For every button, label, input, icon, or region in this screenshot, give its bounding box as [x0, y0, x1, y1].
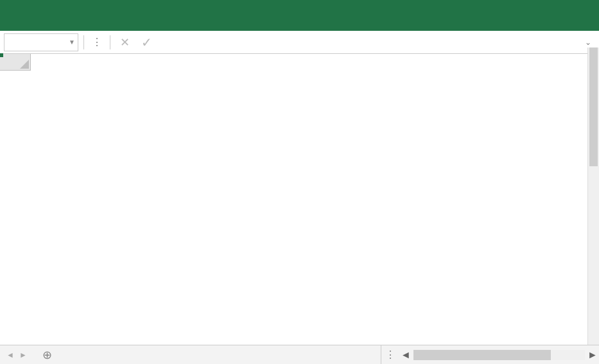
- scrollbar-thumb[interactable]: [589, 48, 598, 166]
- formula-input[interactable]: [168, 34, 577, 51]
- scroll-left-icon[interactable]: ◄: [399, 349, 412, 361]
- scrollbar-track[interactable]: [413, 350, 585, 360]
- select-all-corner[interactable]: [0, 54, 31, 71]
- scrollbar-thumb[interactable]: [413, 350, 551, 360]
- sheet-tabs-bar: ◄ ► ⊕ ⋮ ◄ ►: [0, 345, 599, 364]
- next-sheet-icon[interactable]: ►: [19, 351, 27, 360]
- add-sheet-button[interactable]: ⊕: [33, 345, 61, 364]
- name-box[interactable]: ▼: [4, 33, 78, 51]
- prev-sheet-icon[interactable]: ◄: [6, 351, 14, 360]
- dots-icon[interactable]: ⋮: [381, 349, 399, 361]
- vertical-scrollbar[interactable]: [587, 48, 599, 345]
- check-icon[interactable]: ✓: [137, 35, 155, 50]
- separator: [110, 35, 110, 49]
- formula-bar: ▼ ⋮ ✕ ✓ ⌄: [0, 31, 599, 54]
- cancel-icon[interactable]: ✕: [116, 35, 134, 49]
- spreadsheet-grid: [0, 54, 599, 336]
- scroll-right-icon[interactable]: ►: [586, 349, 599, 361]
- expand-icon[interactable]: ⌄: [581, 38, 595, 47]
- dots-icon[interactable]: ⋮: [89, 36, 105, 48]
- separator: [83, 35, 84, 49]
- horizontal-scrollbar[interactable]: ⋮ ◄ ►: [381, 345, 599, 364]
- chevron-down-icon[interactable]: ▼: [69, 39, 75, 46]
- ribbon: [0, 0, 599, 31]
- tab-nav: ◄ ►: [0, 345, 33, 364]
